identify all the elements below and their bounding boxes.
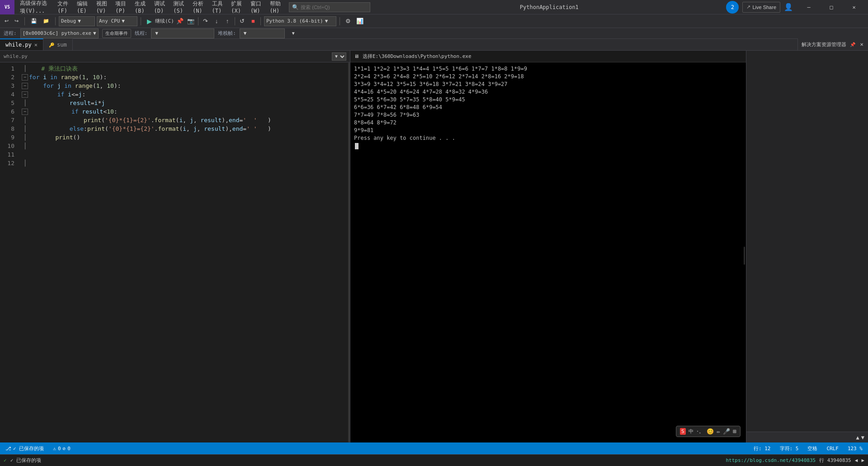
debug-config-dropdown[interactable]: Debug ▼ bbox=[59, 16, 95, 26]
code-line-5: │ result = i * j bbox=[22, 99, 350, 107]
tab-sum-label: sum bbox=[57, 42, 67, 48]
key-icon: 🔑 bbox=[49, 43, 54, 48]
tab-while-py-close[interactable]: ✕ bbox=[34, 42, 38, 48]
save-status-label: ✓ 已保存的项 bbox=[13, 445, 44, 452]
code-header: while.py ▼ bbox=[0, 51, 350, 62]
toolbar-sep-3 bbox=[141, 17, 141, 25]
ime-mic-icon[interactable]: 🎤 bbox=[723, 428, 730, 435]
collapse-6[interactable]: − bbox=[22, 109, 28, 115]
status-left: ⎇ ✓ 已保存的项 ⚠ 0 ⊘ 0 bbox=[4, 445, 72, 452]
ime-emoji-icon[interactable]: 😊 bbox=[707, 428, 714, 435]
collapse-3[interactable]: − bbox=[22, 83, 28, 89]
toolbar-sep-5 bbox=[235, 17, 235, 25]
terminal-icon: 🖥 bbox=[354, 53, 359, 59]
menu-analyze[interactable]: 分析(N) bbox=[189, 0, 208, 14]
bottom-nav-right[interactable]: ▶ bbox=[861, 457, 864, 463]
redo-button[interactable]: ↪ bbox=[12, 16, 21, 27]
zoom-status[interactable]: 123 % bbox=[846, 446, 864, 452]
menu-project[interactable]: 项目(P) bbox=[112, 0, 131, 14]
char-status[interactable]: 字符: 5 bbox=[778, 445, 801, 452]
platform-dropdown[interactable]: Any CPU ▼ bbox=[97, 16, 137, 26]
bottom-nav-left[interactable]: ◀ bbox=[855, 457, 858, 463]
line-num-7: 7 bbox=[0, 116, 14, 124]
row-col-status[interactable]: 行: 12 bbox=[752, 445, 773, 452]
tab-sum[interactable]: 🔑 sum bbox=[43, 38, 73, 50]
menu-test[interactable]: 测试(S) bbox=[170, 0, 189, 14]
nav-up-icon[interactable]: ▲ bbox=[856, 434, 859, 441]
solution-explorer-close[interactable]: ✕ bbox=[859, 39, 864, 50]
terminal-title: 选择E:\360Downloads\Python\python.exe bbox=[363, 53, 472, 60]
stack-nav-button[interactable]: ▼ bbox=[288, 28, 298, 39]
collapse-2[interactable]: − bbox=[22, 74, 28, 81]
undo-button[interactable]: ↩ bbox=[2, 16, 11, 27]
step-out-button[interactable]: ↑ bbox=[222, 16, 232, 26]
user-badge[interactable]: 2 bbox=[726, 1, 739, 14]
debug-dropdown-arrow: ▼ bbox=[78, 18, 81, 24]
line-ending-status[interactable]: CRLF bbox=[825, 446, 840, 452]
menu-edit[interactable]: 编辑(E) bbox=[73, 0, 93, 14]
collapse-4[interactable]: − bbox=[22, 91, 28, 98]
stop-button[interactable]: ■ bbox=[248, 16, 258, 26]
line-num-6: 6 bbox=[0, 107, 14, 116]
step-over-button[interactable]: ↷ bbox=[201, 16, 211, 26]
spaces-status[interactable]: 空格 bbox=[806, 445, 819, 452]
nav-down-icon[interactable]: ▼ bbox=[861, 434, 864, 441]
zoom-label: 123 % bbox=[848, 446, 863, 452]
performance-button[interactable]: 📊 bbox=[355, 16, 365, 26]
stack-dropdown[interactable]: ▼ bbox=[240, 29, 285, 38]
step-into-button[interactable]: ↓ bbox=[212, 16, 222, 26]
menu-tools[interactable]: 工具(T) bbox=[208, 0, 228, 14]
ime-grid-icon[interactable]: ⊞ bbox=[733, 428, 736, 435]
error-status[interactable]: ⚠ 0 ⊘ 0 bbox=[51, 446, 72, 452]
terminal-line-10: Press any key to continue . . . bbox=[354, 134, 742, 142]
menu-window[interactable]: 窗口(W) bbox=[247, 0, 266, 14]
lifecycle-button[interactable]: 生命期事件 bbox=[102, 29, 131, 38]
code-line-8: │ else : print ( '{0}*{1}={2}' . format … bbox=[22, 124, 350, 133]
menu-build[interactable]: 生成(B) bbox=[131, 0, 151, 14]
terminal-cursor bbox=[355, 143, 359, 149]
menu-advanced-save[interactable]: 高级保存选项(V)... bbox=[16, 0, 54, 14]
line-num-9: 9 bbox=[0, 133, 14, 142]
line-num-2: 2 bbox=[0, 73, 14, 81]
code-line-12: │ bbox=[22, 159, 350, 167]
git-icon: ⎇ bbox=[5, 446, 11, 452]
app-icon: VS bbox=[0, 0, 14, 14]
tab-while-py-label: while.py bbox=[5, 42, 32, 48]
maximize-button[interactable]: □ bbox=[821, 0, 842, 14]
line-num-11: 11 bbox=[0, 150, 14, 159]
thread-dropdown[interactable]: ▼ bbox=[151, 29, 214, 38]
settings-button[interactable]: ⚙ bbox=[343, 16, 353, 26]
close-button[interactable]: ✕ bbox=[844, 0, 864, 14]
git-status[interactable]: ⎇ ✓ 已保存的项 bbox=[4, 445, 46, 452]
search-input[interactable] bbox=[301, 5, 355, 10]
terminal-scrollbar[interactable] bbox=[744, 247, 745, 265]
code-lines[interactable]: │ # 乘法口诀表 − for i in range ( 1 , bbox=[18, 62, 350, 442]
menu-extensions[interactable]: 扩展(X) bbox=[227, 0, 247, 14]
terminal-panel[interactable]: 🖥 选择E:\360Downloads\Python\python.exe 1*… bbox=[350, 51, 746, 442]
code-content[interactable]: 1 2 3 4 5 6 7 8 9 10 11 12 │ # 乘法口诀表 bbox=[0, 62, 350, 442]
terminal-line-3: 3*3=9 3*4=12 3*5=15 3*6=18 3*7=21 3*8=24… bbox=[354, 81, 742, 88]
save-all-button[interactable]: 📁 bbox=[40, 16, 52, 27]
menu-file[interactable]: 文件(F) bbox=[54, 0, 73, 14]
save-button[interactable]: 💾 bbox=[28, 16, 40, 27]
camera-button[interactable]: 📷 bbox=[186, 16, 196, 26]
save-snapshot-button[interactable]: 📌 bbox=[175, 16, 185, 26]
menu-debug[interactable]: 调试(D) bbox=[151, 0, 170, 14]
process-dropdown[interactable]: [0x00003c6c] python.exe ▼ bbox=[20, 29, 99, 38]
status-bar: ⎇ ✓ 已保存的项 ⚠ 0 ⊘ 0 行: 12 字符: 5 空格 CRLF 12… bbox=[0, 442, 868, 454]
live-share-button[interactable]: ↗ Live Share bbox=[742, 2, 780, 13]
ime-pen-icon[interactable]: ✏️ bbox=[717, 428, 720, 435]
code-header-dropdown[interactable]: ▼ bbox=[332, 52, 346, 61]
solution-explorer-pin[interactable]: 📌 bbox=[849, 39, 856, 50]
continue-button[interactable]: ▶ bbox=[144, 16, 154, 26]
toolbar: ↩ ↪ 💾 📁 Debug ▼ Any CPU ▼ ▶ 继续(C) 📌 📷 ↷ … bbox=[0, 14, 868, 28]
bottom-url[interactable]: https://blog.csdn.net/43940835 bbox=[726, 457, 816, 463]
menu-view[interactable]: 视图(V) bbox=[93, 0, 112, 14]
python-version-dropdown[interactable]: Python 3.8 (64-bit) ▼ bbox=[264, 16, 336, 26]
restart-button[interactable]: ↺ bbox=[237, 16, 247, 26]
editor-scrollbar[interactable] bbox=[348, 62, 350, 442]
user-profile-icon[interactable]: 👤 bbox=[784, 3, 793, 11]
menu-help[interactable]: 帮助(H) bbox=[266, 0, 286, 14]
tab-while-py[interactable]: while.py ✕ bbox=[0, 38, 43, 50]
minimize-button[interactable]: — bbox=[798, 0, 819, 14]
